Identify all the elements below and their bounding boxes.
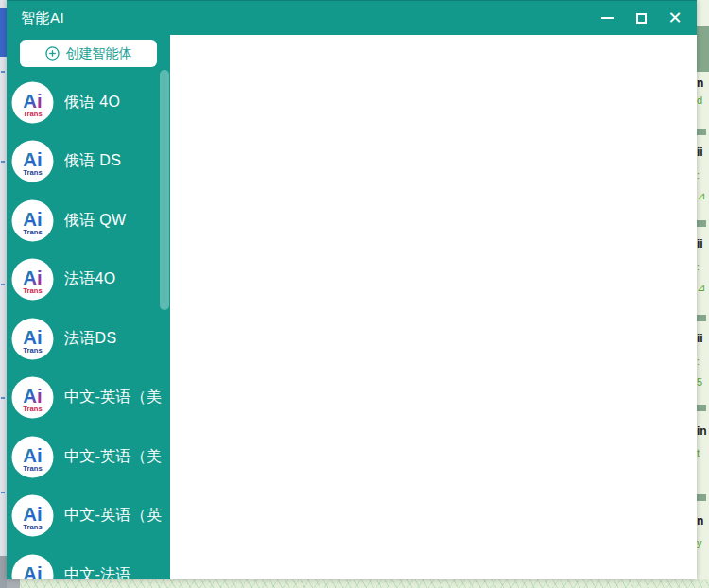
- background-blue-block: [0, 8, 7, 57]
- background-tick: [1, 397, 5, 399]
- agent-label: 法语4O: [64, 269, 116, 289]
- svg-text:Ai: Ai: [23, 503, 42, 525]
- agent-list-item[interactable]: Ai Trans 俄语 DS: [7, 132, 170, 192]
- maximize-icon: [636, 13, 647, 24]
- svg-text:Trans: Trans: [23, 169, 42, 178]
- window-title: 智能AI: [21, 9, 64, 27]
- background-gray-block: [0, 556, 7, 588]
- svg-text:Ai: Ai: [23, 207, 42, 229]
- maximize-button[interactable]: [629, 6, 653, 30]
- create-agent-button[interactable]: 创建智能体: [20, 40, 157, 67]
- agent-list-item[interactable]: Ai Trans 中文-英语（英: [7, 487, 170, 546]
- agent-label: 中文-英语（美: [64, 447, 162, 467]
- background-text-fragment: [697, 129, 706, 135]
- background-strip-bottom-left: [7, 579, 20, 588]
- agent-label: 中文-法语: [64, 565, 131, 579]
- agent-label: 法语DS: [64, 329, 116, 349]
- ai-trans-logo-icon: Ai Trans: [11, 81, 54, 124]
- sidebar-scrollbar-thumb[interactable]: [160, 70, 169, 310]
- agent-label: 俄语 4O: [64, 93, 120, 112]
- svg-text:Ai: Ai: [23, 443, 42, 465]
- background-text-fragment: in: [697, 425, 707, 437]
- background-text-fragment: n: [697, 78, 703, 89]
- background-text-fragment: n: [697, 515, 703, 527]
- screen: n d ii : ⊿ ii : ⊿ ii : 5 in t n y 智能AI: [0, 0, 709, 588]
- main-content-empty: [170, 35, 697, 579]
- ai-trans-logo-icon: Ai Trans: [11, 318, 54, 360]
- svg-text:Ai: Ai: [23, 89, 42, 111]
- background-text-fragment: :: [697, 262, 700, 272]
- background-text-fragment: ii: [697, 238, 703, 250]
- sidebar: 创建智能体 Ai Trans 俄语 4O Ai Trans 俄语 DS: [7, 35, 170, 579]
- plus-circle-icon: [45, 46, 60, 61]
- svg-text:Trans: Trans: [23, 406, 42, 414]
- agent-list-item[interactable]: Ai Trans 俄语 QW: [7, 191, 170, 251]
- svg-text:Trans: Trans: [23, 110, 42, 118]
- agent-list-item[interactable]: Ai Trans 中文-英语（美: [7, 427, 170, 487]
- svg-text:Trans: Trans: [23, 346, 42, 355]
- background-text-fragment: [697, 26, 709, 72]
- svg-text:Trans: Trans: [23, 228, 42, 236]
- svg-text:Ai: Ai: [23, 385, 42, 406]
- background-window-right-sliver: n d ii : ⊿ ii : ⊿ ii : 5 in t n y: [697, 0, 709, 588]
- agent-list-item[interactable]: Ai Trans 法语4O: [7, 251, 170, 310]
- background-text-fragment: ⊿: [697, 191, 705, 201]
- background-text-fragment: [697, 315, 706, 321]
- agent-list-item[interactable]: Ai Trans 法语DS: [7, 309, 170, 369]
- ai-trans-logo-icon: Ai Trans: [11, 436, 54, 478]
- background-text-fragment: 5: [697, 377, 702, 388]
- titlebar: 智能AI ✕: [7, 1, 697, 35]
- background-tick: [1, 71, 5, 73]
- agent-list-item[interactable]: Ai Trans 中文-法语: [7, 545, 170, 579]
- background-text-fragment: t: [697, 448, 700, 458]
- background-text-fragment: ii: [697, 147, 703, 158]
- svg-text:Trans: Trans: [23, 287, 42, 296]
- close-button[interactable]: ✕: [663, 6, 687, 30]
- svg-text:Ai: Ai: [23, 148, 42, 170]
- background-text-fragment: [697, 220, 706, 227]
- agent-list-item[interactable]: Ai Trans 俄语 4O: [7, 73, 170, 132]
- background-text-fragment: [697, 494, 706, 501]
- ai-trans-logo-icon: Ai Trans: [11, 258, 54, 301]
- agent-label: 俄语 DS: [64, 151, 121, 171]
- agent-list-item[interactable]: Ai Trans 中文-英语（美: [7, 369, 170, 428]
- minimize-icon: [601, 17, 614, 19]
- background-text-fragment: y: [697, 538, 702, 548]
- background-text-fragment: :: [697, 170, 700, 181]
- minimize-button[interactable]: [595, 6, 619, 30]
- ai-trans-logo-icon: Ai Trans: [11, 554, 54, 579]
- svg-text:Trans: Trans: [23, 464, 42, 473]
- agent-label: 中文-英语（美: [64, 388, 162, 407]
- create-agent-label: 创建智能体: [66, 45, 132, 62]
- background-text-fragment: ii: [697, 333, 703, 344]
- ai-trans-logo-icon: Ai Trans: [11, 199, 54, 242]
- background-text-fragment: ⊿: [697, 283, 705, 293]
- background-tick: [1, 492, 5, 493]
- background-strip-bottom: [7, 579, 709, 588]
- svg-text:Ai: Ai: [23, 267, 42, 288]
- svg-text:Trans: Trans: [23, 524, 42, 532]
- agent-label: 中文-英语（英: [64, 506, 162, 526]
- svg-text:Ai: Ai: [23, 325, 42, 347]
- window-body: 创建智能体 Ai Trans 俄语 4O Ai Trans 俄语 DS: [7, 35, 697, 579]
- ai-trans-logo-icon: Ai Trans: [11, 494, 54, 537]
- background-tick: [1, 284, 5, 285]
- background-text-fragment: [697, 405, 706, 411]
- background-text-fragment: d: [697, 95, 702, 106]
- ai-trans-logo-icon: Ai Trans: [11, 140, 54, 182]
- background-tick: [1, 161, 5, 163]
- svg-text:Ai: Ai: [23, 562, 42, 579]
- app-window: 智能AI ✕ 创建智能体: [7, 0, 697, 579]
- background-text-fragment: :: [697, 356, 700, 367]
- agent-label: 俄语 QW: [64, 211, 127, 231]
- agent-list: Ai Trans 俄语 4O Ai Trans 俄语 DS Ai Trans 俄…: [7, 73, 170, 579]
- window-controls: ✕: [595, 6, 687, 30]
- background-window-left-sliver: [0, 0, 7, 588]
- ai-trans-logo-icon: Ai Trans: [11, 376, 54, 419]
